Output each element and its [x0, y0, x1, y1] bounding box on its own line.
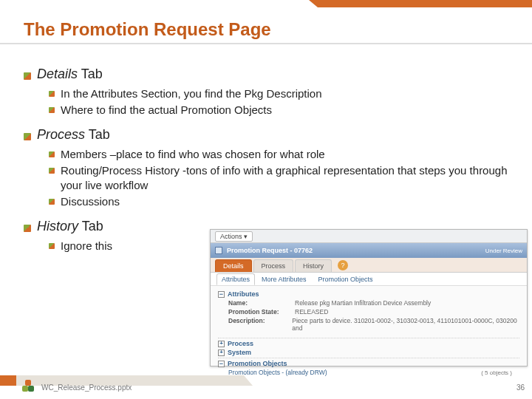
page-title: The Promotion Request Page — [24, 19, 271, 40]
title-underline — [0, 43, 532, 44]
bullet-icon — [49, 199, 55, 205]
app-header: Promotion Request - 07762 Under Review — [211, 243, 527, 258]
page-number: 36 — [516, 383, 525, 392]
bullet-icon — [24, 225, 31, 232]
list-item: Where to find the actual Promotion Objec… — [49, 103, 508, 117]
divider — [218, 358, 519, 358]
subtab-attributes[interactable]: Attributes — [216, 273, 255, 285]
status-badge: Under Review — [485, 248, 522, 254]
list-item: Routing/Process History -tons of info wi… — [49, 163, 508, 194]
section-attributes[interactable]: −Attributes — [218, 290, 519, 298]
window-title: Promotion Request - 07762 — [227, 247, 313, 254]
subtab-promotion-objects[interactable]: Promotion Objects — [313, 273, 378, 285]
logo-icon — [22, 380, 35, 393]
tab-process[interactable]: Process — [253, 259, 294, 272]
field-description: Description:Piece parts to device. 31020… — [228, 317, 519, 332]
expand-icon[interactable]: + — [218, 349, 225, 356]
collapse-icon[interactable]: − — [218, 361, 225, 367]
heading-details: Details Tab — [24, 66, 508, 82]
app-screenshot: Actions ▾ Promotion Request - 07762 Unde… — [210, 229, 528, 366]
subtab-bar: Attributes More Attributes Promotion Obj… — [211, 273, 527, 286]
header-accent — [318, 0, 532, 7]
list-item: In the Attributes Section, you find the … — [49, 86, 508, 101]
footer-filename: WC_Release_Process.pptx — [41, 383, 132, 392]
field-name: Name:Release pkg Martian Infiltration De… — [228, 299, 519, 307]
tab-bar: Details Process History ? — [211, 258, 527, 273]
field-state: Promotion State:RELEASED — [228, 308, 519, 316]
bullet-icon — [49, 243, 55, 249]
object-count: ( 5 objects ) — [481, 369, 512, 376]
section-process[interactable]: +Process — [218, 340, 519, 347]
tab-history[interactable]: History — [295, 259, 332, 272]
bullet-icon — [24, 133, 31, 140]
heading-process: Process Tab — [24, 127, 508, 143]
bullet-icon — [49, 168, 55, 174]
slide-content: Details Tab In the Attributes Section, y… — [24, 58, 508, 255]
actions-bar: Actions ▾ — [211, 230, 527, 243]
list-item: Discussions — [49, 194, 508, 209]
collapse-icon[interactable]: − — [218, 291, 225, 298]
list-item: Members –place to find who was chosen fo… — [49, 147, 508, 162]
tab-details[interactable]: Details — [215, 259, 252, 272]
bullet-icon — [24, 72, 31, 80]
bullet-icon — [49, 107, 55, 113]
help-icon[interactable]: ? — [338, 260, 348, 270]
subtab-more-attributes[interactable]: More Attributes — [256, 273, 312, 285]
bullet-icon — [49, 91, 55, 97]
actions-button[interactable]: Actions ▾ — [215, 231, 253, 242]
divider — [218, 338, 519, 338]
promotion-objects-row: Promotion Objects - (already DRW) ( 5 ob… — [228, 369, 519, 376]
section-promotion-objects[interactable]: −Promotion Objects — [218, 360, 519, 367]
section-system[interactable]: +System — [218, 349, 519, 356]
bullet-icon — [49, 151, 55, 157]
window-icon — [215, 247, 222, 254]
expand-icon[interactable]: + — [218, 341, 225, 347]
